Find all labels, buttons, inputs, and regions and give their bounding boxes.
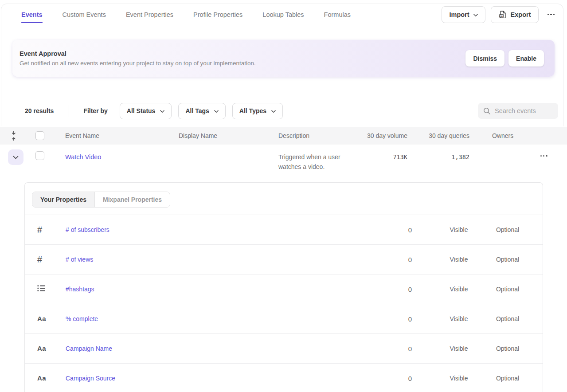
property-value: 0: [386, 286, 434, 293]
number-type-icon: #: [37, 255, 42, 264]
text-type-icon: Aa: [37, 374, 46, 382]
event-approval-banner: Event Approval Get notified on all new e…: [12, 40, 555, 77]
property-value: 0: [386, 315, 434, 323]
tab-mixpanel-properties[interactable]: Mixpanel Properties: [94, 192, 170, 207]
property-visibility: Visible: [434, 226, 483, 233]
chevron-down-icon: [13, 156, 19, 159]
svg-text:csv: csv: [500, 15, 504, 17]
collapse-row-button[interactable]: [8, 149, 23, 165]
list-type-icon: [37, 285, 45, 292]
search-input[interactable]: [495, 107, 552, 114]
property-name-link[interactable]: # of views: [66, 256, 93, 263]
dismiss-button[interactable]: Dismiss: [465, 50, 504, 67]
property-visibility: Visible: [434, 315, 483, 322]
column-header-description: Description: [278, 132, 363, 139]
tab-events[interactable]: Events: [21, 1, 43, 28]
property-value: 0: [386, 375, 434, 382]
chevron-down-icon: [271, 107, 276, 114]
import-button[interactable]: Import: [442, 6, 485, 23]
property-requirement: Optional: [483, 256, 532, 263]
tab-event-properties[interactable]: Event Properties: [126, 1, 173, 28]
property-requirement: Optional: [483, 375, 532, 382]
ellipsis-icon: [547, 14, 549, 16]
tab-lookup-tables[interactable]: Lookup Tables: [262, 1, 304, 28]
table-header-row: Event Name Display Name Description 30 d…: [0, 127, 567, 145]
table-row: Watch Video Triggered when a user watche…: [0, 145, 567, 182]
chevron-down-icon: [214, 107, 219, 114]
property-name-link[interactable]: # of subscribers: [66, 226, 109, 233]
import-button-label: Import: [449, 11, 469, 18]
description-cell: Triggered when a user watches a video.: [278, 153, 363, 172]
chevron-down-icon: [473, 11, 478, 18]
property-requirement: Optional: [483, 226, 532, 233]
property-name-link[interactable]: Campaign Name: [66, 345, 112, 352]
collapse-all-icon: [11, 131, 17, 141]
collapse-all-button[interactable]: [11, 131, 17, 141]
row-checkbox[interactable]: [35, 151, 44, 160]
property-value: 0: [386, 226, 434, 234]
chevron-down-icon: [160, 107, 164, 114]
property-requirement: Optional: [483, 345, 532, 352]
property-requirement: Optional: [483, 315, 532, 322]
results-count: 20 results: [25, 107, 54, 114]
property-value: 0: [386, 345, 434, 353]
enable-button[interactable]: Enable: [508, 50, 544, 67]
row-more-options-button[interactable]: [540, 155, 547, 157]
ellipsis-icon: [540, 155, 542, 157]
column-header-owners: Owners: [477, 132, 525, 139]
property-visibility: Visible: [434, 345, 483, 352]
property-requirement: Optional: [483, 286, 532, 293]
property-visibility: Visible: [434, 286, 483, 293]
event-properties-panel: Your Properties Mixpanel Properties # # …: [24, 182, 543, 392]
number-type-icon: #: [37, 225, 42, 235]
nav-tabs: Events Custom Events Event Properties Pr…: [21, 1, 351, 28]
property-row: Aa Campaign Name 0 Visible Optional: [25, 334, 543, 364]
property-row: #hashtags 0 Visible Optional: [25, 274, 543, 304]
property-row: Aa % complete 0 Visible Optional: [25, 304, 543, 334]
property-visibility: Visible: [434, 256, 483, 263]
property-name-link[interactable]: Campaign Source: [66, 375, 115, 382]
property-name-link[interactable]: % complete: [66, 315, 98, 322]
column-header-queries: 30 day queries: [414, 132, 477, 139]
select-all-checkbox[interactable]: [35, 131, 44, 140]
search-box: [478, 103, 558, 119]
top-navigation-bar: Events Custom Events Event Properties Pr…: [0, 0, 567, 29]
status-filter-dropdown[interactable]: All Status: [120, 103, 172, 119]
export-button[interactable]: csv Export: [491, 6, 539, 23]
tab-profile-properties[interactable]: Profile Properties: [193, 1, 242, 28]
filter-toolbar: 20 results Filter by All Status All Tags…: [0, 102, 567, 119]
property-name-link[interactable]: #hashtags: [66, 286, 94, 293]
column-header-volume: 30 day volume: [363, 132, 414, 139]
volume-cell: 713K: [363, 153, 414, 161]
search-icon: [483, 107, 491, 115]
export-button-label: Export: [511, 11, 531, 18]
banner-title: Event Approval: [20, 50, 256, 57]
tab-formulas[interactable]: Formulas: [324, 1, 351, 28]
csv-file-icon: csv: [498, 10, 507, 19]
column-header-display-name: Display Name: [179, 132, 278, 139]
column-header-event-name: Event Name: [53, 132, 179, 139]
tab-your-properties[interactable]: Your Properties: [32, 192, 94, 207]
divider: [69, 105, 69, 117]
banner-description: Get notified on all new events entering …: [20, 60, 256, 67]
property-visibility: Visible: [434, 375, 483, 382]
text-type-icon: Aa: [37, 345, 46, 352]
property-row: Aa Campaign Source 0 Visible Optional: [25, 364, 543, 392]
tags-filter-dropdown[interactable]: All Tags: [178, 103, 225, 119]
types-filter-dropdown[interactable]: All Types: [232, 103, 283, 119]
tab-custom-events[interactable]: Custom Events: [63, 1, 106, 28]
properties-tab-switcher: Your Properties Mixpanel Properties: [32, 192, 170, 208]
property-value: 0: [386, 256, 434, 263]
text-type-icon: Aa: [37, 315, 46, 322]
more-options-button[interactable]: [544, 11, 559, 18]
property-row: # # of views 0 Visible Optional: [25, 245, 543, 274]
property-row: # # of subscribers 0 Visible Optional: [25, 215, 543, 245]
event-name-link[interactable]: Watch Video: [65, 153, 101, 161]
queries-cell: 1,382: [414, 153, 477, 161]
filter-by-label: Filter by: [83, 107, 107, 114]
